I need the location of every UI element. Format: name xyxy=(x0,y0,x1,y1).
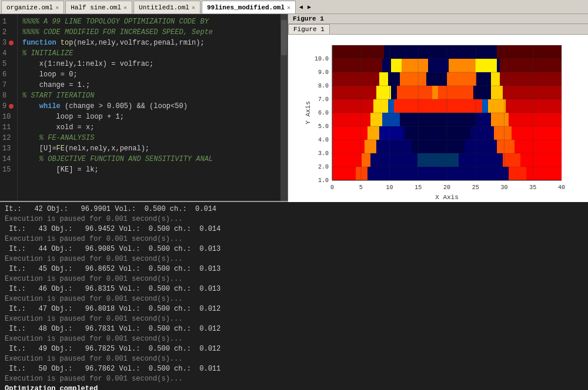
code-line-4: % INITIALIZE xyxy=(22,48,276,59)
svg-text:40: 40 xyxy=(558,184,565,191)
output-line-19: Optimization completed xyxy=(5,384,583,390)
svg-rect-7 xyxy=(332,153,362,167)
svg-rect-11 xyxy=(417,153,459,167)
svg-text:10: 10 xyxy=(386,184,393,191)
tab-untitled[interactable]: Untitled1.oml ✕ xyxy=(133,1,201,14)
svg-text:6.0: 6.0 xyxy=(318,110,329,116)
svg-rect-10 xyxy=(503,153,520,167)
tab-scroll-left[interactable]: ◀ xyxy=(297,1,305,14)
output-line-1: It.: 42 Obj.: 96.9901 Vol.: 0.500 ch.: 0… xyxy=(5,204,583,214)
output-line-9: It.: 46 Obj.: 96.8315 Vol.: 0.500 ch.: 0… xyxy=(5,284,583,294)
svg-rect-54 xyxy=(500,72,562,86)
vertical-scrollbar[interactable] xyxy=(280,14,288,201)
line-numbers: 1 2 3 4 5 6 7 8 9 10 11 12 13 14 15 xyxy=(0,14,18,201)
svg-rect-41 xyxy=(435,99,482,113)
tab-close-organize[interactable]: ✕ xyxy=(55,4,59,11)
tab-halfsine[interactable]: Half sine.oml ✕ xyxy=(65,1,132,14)
figure-title-bar: Figure 1 xyxy=(288,14,588,24)
svg-rect-71 xyxy=(497,45,562,59)
code-line-12: % FE-ANALYSIS xyxy=(22,133,276,143)
code-line-8: % START ITERATION xyxy=(22,90,276,101)
svg-text:25: 25 xyxy=(472,184,479,191)
svg-rect-35 xyxy=(506,99,562,113)
svg-text:3.0: 3.0 xyxy=(318,150,329,157)
code-line-11: xold = x; xyxy=(22,122,276,133)
svg-rect-23 xyxy=(406,126,470,140)
code-line-14: % OBJECTIVE FUNCTION AND SENSITIVITY ANA… xyxy=(22,154,276,164)
code-editor: 1 2 3 4 5 6 7 8 9 10 11 12 13 14 15 xyxy=(0,14,288,201)
tab-close-untitled[interactable]: ✕ xyxy=(192,4,195,11)
svg-rect-28 xyxy=(509,113,562,126)
svg-rect-70 xyxy=(332,45,384,59)
svg-rect-64 xyxy=(391,59,403,72)
code-line-10: loop = loop + 1; xyxy=(22,112,276,122)
tab-organize[interactable]: organize.oml ✕ xyxy=(1,1,64,14)
code-line-13: [U]=FE(nelx,nely,x,penal); xyxy=(22,143,276,154)
svg-text:5: 5 xyxy=(359,184,363,191)
svg-rect-29 xyxy=(491,113,509,126)
output-line-8: Execution is paused for 0.001 second(s).… xyxy=(5,274,583,284)
svg-rect-4 xyxy=(526,167,562,180)
figure-tab-1[interactable]: Figure 1 xyxy=(288,24,330,34)
code-line-9: while (change > 0.005) && (loop<50) xyxy=(22,101,276,112)
svg-rect-17 xyxy=(412,140,465,153)
svg-rect-49 xyxy=(432,86,438,99)
svg-text:2.0: 2.0 xyxy=(318,164,329,170)
svg-rect-59 xyxy=(426,72,432,86)
code-line-6: loop = 0; xyxy=(22,69,276,80)
svg-text:10.0: 10.0 xyxy=(315,56,329,62)
output-line-17: It.: 50 Obj.: 96.7862 Vol.: 0.500 ch.: 0… xyxy=(5,364,583,374)
svg-text:35: 35 xyxy=(529,184,536,191)
tab-scroll-right[interactable]: ▶ xyxy=(305,1,313,14)
tab-99lines[interactable]: 99lines_modified.oml ✕ xyxy=(202,1,296,14)
xaxis-label: X Axis xyxy=(435,194,459,201)
output-line-4: Execution is paused for 0.001 second(s).… xyxy=(5,234,583,244)
svg-rect-45 xyxy=(503,86,562,99)
svg-rect-67 xyxy=(449,59,475,72)
output-line-2: Execution is paused for 0.001 second(s).… xyxy=(5,214,583,224)
svg-rect-24 xyxy=(379,126,403,140)
breakpoint-3 xyxy=(9,41,14,45)
main-layout: 1 2 3 4 5 6 7 8 9 10 11 12 13 14 15 xyxy=(0,14,588,390)
svg-rect-50 xyxy=(438,86,473,99)
svg-text:0: 0 xyxy=(330,184,334,191)
vertical-scroll-thumb[interactable] xyxy=(281,20,287,55)
svg-rect-38 xyxy=(388,99,394,113)
tab-close-99lines[interactable]: ✕ xyxy=(287,4,290,11)
svg-rect-19 xyxy=(332,126,368,140)
svg-rect-22 xyxy=(494,126,512,140)
output-pane[interactable]: It.: 42 Obj.: 96.9901 Vol.: 0.500 ch.: 0… xyxy=(0,202,588,390)
figure-content: 0 5 10 15 20 25 30 35 40 X Axis 1.0 2.0 … xyxy=(288,35,588,209)
svg-rect-40 xyxy=(394,99,441,113)
svg-rect-57 xyxy=(400,72,429,86)
code-lines[interactable]: %%%% A 99 LINE TOPOLOGY OPTIMIZATION COD… xyxy=(18,14,280,201)
output-line-3: It.: 43 Obj.: 96.9452 Vol.: 0.500 ch.: 0… xyxy=(5,224,583,234)
svg-text:4.0: 4.0 xyxy=(318,137,329,143)
svg-text:9.0: 9.0 xyxy=(318,69,329,76)
output-line-7: It.: 45 Obj.: 96.8652 Vol.: 0.500 ch.: 0… xyxy=(5,264,583,274)
top-pane: 1 2 3 4 5 6 7 8 9 10 11 12 13 14 15 xyxy=(0,14,588,202)
svg-rect-5 xyxy=(509,167,526,180)
figure-panel: Figure 1 Figure 1 xyxy=(288,14,588,201)
tab-close-halfsine[interactable]: ✕ xyxy=(123,4,127,11)
topology-chart: 0 5 10 15 20 25 30 35 40 X Axis 1.0 2.0 … xyxy=(303,39,573,204)
svg-rect-2 xyxy=(332,167,356,180)
svg-rect-8 xyxy=(362,153,370,167)
svg-rect-31 xyxy=(382,113,400,126)
svg-rect-30 xyxy=(400,113,476,126)
svg-rect-9 xyxy=(520,153,562,167)
output-line-10: Execution is paused for 0.001 second(s).… xyxy=(5,294,583,304)
code-line-7: change = 1.; xyxy=(22,80,276,90)
svg-rect-58 xyxy=(447,72,476,86)
svg-rect-66 xyxy=(402,59,428,72)
output-line-14: Execution is paused for 0.001 second(s).… xyxy=(5,334,583,344)
svg-rect-36 xyxy=(488,99,506,113)
breakpoint-9 xyxy=(9,104,14,109)
svg-text:30: 30 xyxy=(500,184,507,191)
svg-text:20: 20 xyxy=(443,184,450,191)
svg-rect-62 xyxy=(332,59,382,72)
yaxis-label: Y Axis xyxy=(305,101,312,125)
svg-rect-63 xyxy=(500,59,562,72)
output-line-13: It.: 48 Obj.: 96.7831 Vol.: 0.500 ch.: 0… xyxy=(5,324,583,334)
svg-rect-14 xyxy=(365,140,376,153)
